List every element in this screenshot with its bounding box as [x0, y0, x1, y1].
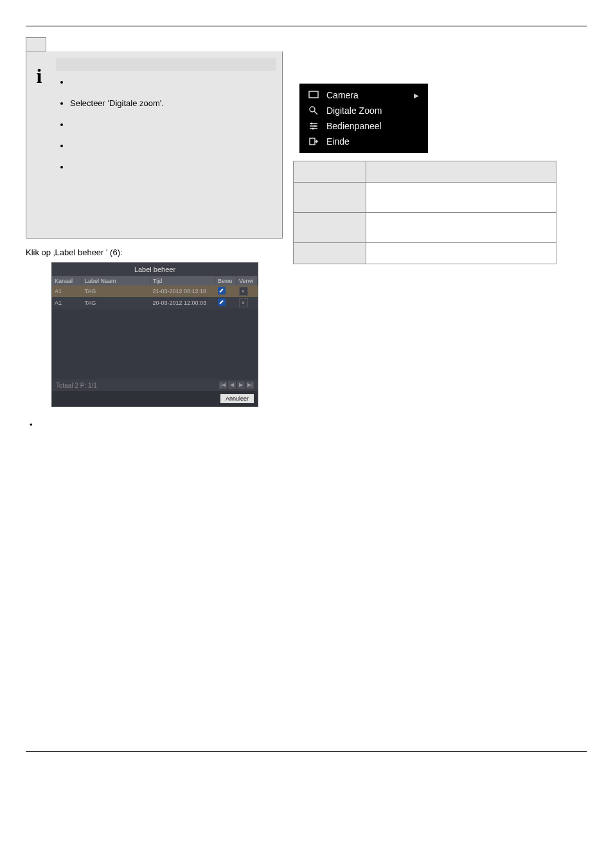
col-kanaal: Kanaal [52, 276, 82, 285]
pager-last-button[interactable]: ▶| [246, 381, 254, 389]
info-tab-row [26, 37, 283, 51]
col-tijd: Tijd [150, 276, 215, 285]
dialog-total-text: Totaal 2 P: 1/1 [56, 382, 97, 389]
menu-item-label: Einde [326, 136, 350, 147]
dialog-title: Label beheer [52, 263, 258, 276]
info-bullet [70, 77, 276, 87]
dialog-blank-area [52, 309, 258, 379]
exit-icon [308, 136, 319, 147]
monitor-icon [308, 90, 319, 100]
zoom-icon [308, 105, 319, 116]
menu-item-bedienpaneel[interactable]: Bedienpaneel [299, 118, 428, 134]
info-bullet [70, 162, 276, 172]
pager-first-button[interactable]: |◀ [219, 381, 227, 389]
info-tab [26, 37, 46, 51]
menu-item-label: Digitale Zoom [326, 105, 382, 116]
context-menu: Camera ▶ Digitale Zoom Bedienpaneel Eind… [299, 84, 428, 153]
svg-rect-0 [309, 91, 318, 98]
menu-item-digitale-zoom[interactable]: Digitale Zoom [299, 103, 428, 118]
label-beheer-intro: Klik op ‚Label beheer ' (6): [26, 248, 283, 257]
edit-icon[interactable] [218, 298, 226, 306]
side-table [293, 161, 556, 264]
table-row[interactable]: A1 TAG 21-03-2012 08:12:18 × [52, 285, 258, 297]
menu-item-einde[interactable]: Einde [299, 134, 428, 149]
cell-tijd: 21-03-2012 08:12:18 [150, 285, 215, 297]
cell-tijd: 20-03-2012 12:00:03 [150, 297, 215, 309]
menu-item-label: Camera [326, 90, 359, 100]
col-labelnaam: Label Naam [82, 276, 150, 285]
cell-kanaal: A1 [52, 285, 82, 297]
cancel-button[interactable]: Annuleer [220, 394, 254, 403]
cell-delete[interactable]: × [236, 285, 258, 297]
label-table: Kanaal Label Naam Tijd Bewe Verwi A1 TAG… [52, 276, 258, 309]
info-header-bar [56, 58, 276, 71]
table-header-row: Kanaal Label Naam Tijd Bewe Verwi [52, 276, 258, 285]
pager-next-button[interactable]: ▶ [237, 381, 245, 389]
table-row [294, 213, 556, 243]
label-beheer-dialog: Label beheer Kanaal Label Naam Tijd Bewe… [51, 262, 258, 407]
panel-icon [308, 121, 319, 131]
delete-icon[interactable]: × [239, 298, 248, 307]
menu-item-label: Bedienpaneel [326, 121, 382, 131]
cell-edit[interactable] [215, 297, 236, 309]
cell-labelnaam: TAG [82, 285, 150, 297]
svg-point-7 [314, 125, 316, 127]
stray-bullet: • [30, 420, 283, 429]
edit-icon[interactable] [218, 287, 226, 294]
table-row [294, 183, 556, 213]
svg-point-1 [310, 107, 315, 112]
dialog-status-bar: Totaal 2 P: 1/1 |◀ ◀ ▶ ▶| [52, 379, 258, 391]
svg-line-2 [314, 111, 317, 114]
col-verwi: Verwi [236, 276, 258, 285]
info-box: i Selecteer 'Digitale zoom'. [26, 51, 283, 239]
pager-prev-button[interactable]: ◀ [228, 381, 236, 389]
table-row [294, 243, 556, 264]
info-icon: i [37, 64, 42, 238]
cell-edit[interactable] [215, 285, 236, 297]
cell-delete[interactable]: × [236, 297, 258, 309]
info-bullet [70, 141, 276, 150]
dialog-pager: |◀ ◀ ▶ ▶| [219, 381, 254, 389]
info-bullet-list: Selecteer 'Digitale zoom'. [56, 77, 276, 172]
table-row[interactable]: A1 TAG 20-03-2012 12:00:03 × [52, 297, 258, 309]
cell-labelnaam: TAG [82, 297, 150, 309]
dialog-footer: Annuleer [52, 391, 258, 406]
menu-item-camera[interactable]: Camera ▶ [299, 87, 428, 103]
cell-kanaal: A1 [52, 297, 82, 309]
submenu-arrow-icon: ▶ [414, 92, 419, 99]
svg-point-6 [311, 123, 313, 125]
delete-icon[interactable]: × [239, 287, 248, 296]
svg-point-8 [312, 128, 314, 130]
col-bewe: Bewe [215, 276, 236, 285]
svg-rect-9 [310, 138, 315, 145]
info-bullet [70, 120, 276, 129]
info-bullet: Selecteer 'Digitale zoom'. [70, 98, 276, 108]
table-row [294, 161, 556, 183]
